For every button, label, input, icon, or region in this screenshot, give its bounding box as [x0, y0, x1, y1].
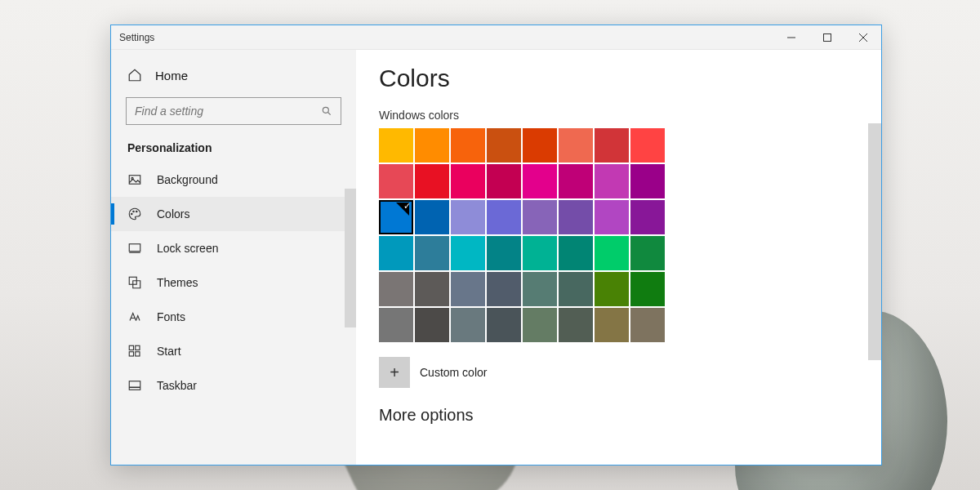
close-button[interactable]: [845, 25, 881, 50]
svg-point-6: [136, 211, 138, 212]
color-swatch[interactable]: [487, 236, 521, 270]
palette-icon: [127, 207, 142, 221]
color-swatch[interactable]: [559, 308, 593, 342]
color-swatch[interactable]: [379, 164, 413, 198]
color-swatch[interactable]: [487, 200, 521, 234]
sidebar-scrollbar[interactable]: [345, 189, 356, 327]
color-swatch[interactable]: [630, 272, 665, 306]
content-pane: Colors Windows colors ✓ + Custom color M…: [356, 50, 881, 465]
sidebar-item-taskbar[interactable]: Taskbar: [111, 368, 356, 403]
sidebar-item-label: Background: [157, 173, 218, 186]
sidebar-item-fonts[interactable]: Fonts: [111, 300, 356, 334]
home-button[interactable]: Home: [111, 60, 356, 91]
plus-icon: +: [390, 363, 399, 382]
sidebar-nav: BackgroundColorsLock screenThemesFontsSt…: [111, 163, 356, 403]
color-swatch[interactable]: [630, 164, 665, 198]
search-box[interactable]: [126, 97, 341, 125]
color-swatch[interactable]: [523, 128, 557, 163]
color-swatch[interactable]: [415, 272, 449, 306]
color-swatch[interactable]: [379, 272, 413, 306]
color-swatch[interactable]: [595, 272, 629, 306]
color-swatch[interactable]: ✓: [379, 200, 413, 234]
sidebar: Home Personalization BackgroundColorsLoc…: [111, 50, 356, 465]
color-swatch[interactable]: [487, 164, 521, 198]
minimize-icon: [787, 33, 795, 42]
color-swatch[interactable]: [559, 128, 593, 163]
color-swatch[interactable]: [415, 128, 449, 163]
custom-color-label: Custom color: [420, 366, 487, 379]
window-body: Home Personalization BackgroundColorsLoc…: [111, 50, 881, 465]
maximize-button[interactable]: [809, 25, 845, 50]
color-swatch[interactable]: [559, 236, 593, 270]
home-label: Home: [155, 69, 188, 82]
svg-rect-11: [129, 352, 133, 356]
lock-screen-icon: [127, 241, 142, 256]
sidebar-item-background[interactable]: Background: [111, 163, 356, 197]
color-swatch[interactable]: [487, 128, 521, 163]
color-swatch[interactable]: [451, 200, 485, 234]
sidebar-item-label: Colors: [157, 207, 189, 220]
minimize-button[interactable]: [773, 25, 809, 50]
fonts-icon: [127, 310, 142, 324]
custom-color-button[interactable]: +: [379, 357, 410, 388]
custom-color-row: + Custom color: [379, 357, 881, 388]
color-swatch[interactable]: [487, 308, 521, 342]
search-icon: [321, 105, 332, 117]
color-swatch[interactable]: [559, 200, 593, 234]
color-swatch[interactable]: [595, 128, 629, 163]
sidebar-section-header: Personalization: [111, 136, 356, 163]
color-swatch[interactable]: [595, 308, 629, 342]
picture-icon: [127, 172, 142, 187]
sidebar-item-lock-screen[interactable]: Lock screen: [111, 231, 356, 265]
color-swatch[interactable]: [523, 164, 557, 198]
color-swatch[interactable]: [523, 200, 557, 234]
sidebar-item-themes[interactable]: Themes: [111, 265, 356, 300]
svg-rect-7: [129, 244, 140, 252]
color-swatch[interactable]: [595, 200, 629, 234]
color-swatch[interactable]: [559, 164, 593, 198]
color-swatch[interactable]: [379, 236, 413, 270]
color-swatch[interactable]: [415, 236, 449, 270]
color-swatch[interactable]: [415, 308, 449, 342]
color-swatch[interactable]: [630, 128, 665, 163]
color-swatch[interactable]: [595, 236, 629, 270]
swatch-section-label: Windows colors: [379, 109, 881, 122]
svg-rect-12: [136, 352, 140, 356]
color-swatch[interactable]: [559, 272, 593, 306]
color-swatch[interactable]: [523, 236, 557, 270]
color-swatch-grid: ✓: [379, 128, 881, 342]
check-icon: ✓: [403, 201, 411, 212]
color-swatch[interactable]: [451, 164, 485, 198]
color-swatch[interactable]: [523, 272, 557, 306]
color-swatch[interactable]: [595, 164, 629, 198]
svg-rect-2: [129, 176, 140, 185]
color-swatch[interactable]: [415, 164, 449, 198]
taskbar-icon: [127, 378, 142, 393]
settings-window: Settings Home: [110, 24, 882, 466]
sidebar-item-start[interactable]: Start: [111, 334, 356, 368]
color-swatch[interactable]: [451, 128, 485, 163]
search-input[interactable]: [135, 105, 321, 118]
sidebar-item-colors[interactable]: Colors: [111, 197, 356, 231]
sidebar-item-label: Themes: [157, 276, 198, 289]
color-swatch[interactable]: [415, 200, 449, 234]
window-title: Settings: [119, 32, 154, 43]
content-scrollbar[interactable]: [868, 123, 881, 360]
sidebar-item-label: Lock screen: [157, 242, 218, 255]
color-swatch[interactable]: [451, 236, 485, 270]
color-swatch[interactable]: [379, 128, 413, 163]
color-swatch[interactable]: [523, 308, 557, 342]
color-swatch[interactable]: [630, 308, 665, 342]
color-swatch[interactable]: [379, 308, 413, 342]
color-swatch[interactable]: [630, 200, 665, 234]
svg-rect-9: [129, 345, 133, 350]
svg-rect-0: [824, 33, 831, 41]
color-swatch[interactable]: [630, 236, 665, 270]
color-swatch[interactable]: [451, 272, 485, 306]
svg-point-5: [133, 211, 135, 212]
close-icon: [859, 33, 867, 42]
color-swatch[interactable]: [451, 308, 485, 342]
home-icon: [127, 68, 142, 82]
color-swatch[interactable]: [487, 272, 521, 306]
themes-icon: [127, 275, 142, 290]
